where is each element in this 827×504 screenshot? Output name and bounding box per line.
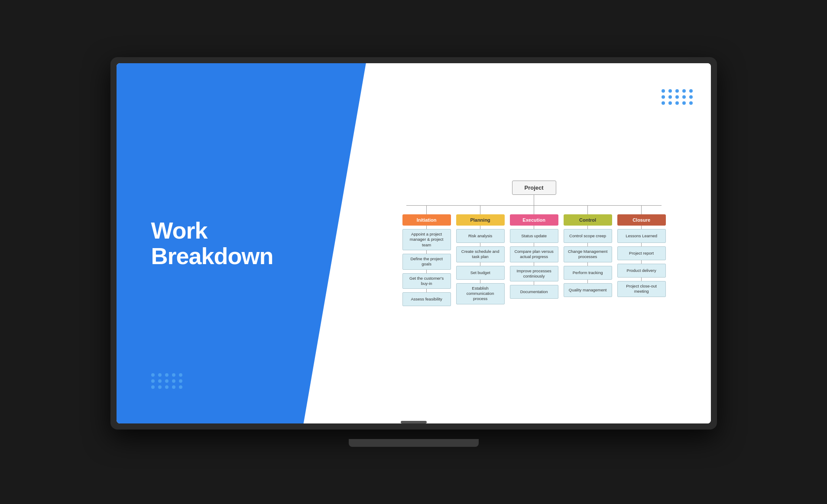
task-nodes-execution: Status updateCompare plan versus actual …	[510, 226, 558, 299]
task-nodes-planning: Risk analysisCreate schedule and task pl…	[456, 226, 505, 304]
dot	[158, 379, 162, 383]
project-node: Project	[512, 181, 556, 195]
laptop-body: Work Breakdown	[110, 57, 717, 430]
task-node-wrapper: Change Management processes	[564, 243, 612, 262]
task-node-execution-1: Compare plan versus actual progress	[510, 246, 558, 262]
task-node-wrapper: Create schedule and task plan	[456, 243, 505, 262]
task-node-wrapper: Improve processes continiously	[510, 262, 558, 282]
task-node-initiation-1: Define the project goals	[402, 254, 451, 270]
dot	[165, 385, 169, 389]
dot	[165, 373, 169, 377]
task-node-planning-1: Create schedule and task plan	[456, 246, 505, 262]
task-node-wrapper: Product delivery	[617, 260, 666, 278]
screen-bezel: Work Breakdown	[117, 63, 711, 423]
dot	[675, 101, 679, 105]
slide-title-line2: Breakdown	[151, 243, 273, 269]
task-node-wrapper: Risk analysis	[456, 226, 505, 243]
dot	[151, 373, 155, 377]
connector-down-closure	[641, 206, 642, 214]
task-node-planning-3: Establish communication process	[456, 283, 505, 304]
task-connector	[534, 243, 535, 246]
connector-down-planning	[480, 206, 481, 214]
dot	[165, 379, 169, 383]
task-node-initiation-3: Assess feasibility	[402, 292, 451, 306]
dot	[675, 89, 679, 93]
dot	[689, 89, 693, 93]
task-node-wrapper: Control scope creep	[564, 226, 612, 243]
task-connector	[587, 243, 588, 246]
task-connector	[641, 243, 642, 246]
category-col-closure: ClosureLessons LearnedProject reportProd…	[617, 206, 666, 297]
dot	[158, 373, 162, 377]
dot	[675, 95, 679, 99]
task-node-control-2: Perform tracking	[564, 266, 612, 280]
task-node-wrapper: Status update	[510, 226, 558, 243]
dot	[682, 89, 686, 93]
task-node-wrapper: Compare plan versus actual progress	[510, 243, 558, 262]
task-nodes-initiation: Appoint a project manager & project team…	[402, 226, 451, 306]
task-node-wrapper: Lessons Learned	[617, 226, 666, 243]
task-connector	[480, 262, 481, 266]
category-col-control: ControlControl scope creepChange Managem…	[564, 206, 612, 297]
task-connector	[426, 250, 427, 254]
slide-left-panel: Work Breakdown	[117, 63, 366, 423]
task-node-wrapper: Project close-out meeting	[617, 278, 666, 297]
dot	[172, 373, 175, 377]
category-col-initiation: InitiationAppoint a project manager & pr…	[402, 206, 451, 306]
dot	[151, 379, 155, 383]
task-connector	[426, 270, 427, 273]
task-nodes-closure: Lessons LearnedProject reportProduct del…	[617, 226, 666, 297]
dot	[689, 95, 693, 99]
task-node-execution-2: Improve processes continiously	[510, 266, 558, 282]
dot	[179, 373, 182, 377]
task-node-wrapper: Project report	[617, 243, 666, 260]
category-header-initiation: Initiation	[402, 214, 451, 226]
root-connector-vertical	[534, 195, 535, 205]
task-node-wrapper: Define the project goals	[402, 250, 451, 270]
task-node-wrapper: Documentation	[510, 281, 558, 299]
dot	[158, 385, 162, 389]
dot	[689, 101, 693, 105]
slide-container: Work Breakdown	[117, 63, 711, 423]
dot	[151, 385, 155, 389]
slide-right-panel: Project InitiationAppoint a project mana…	[366, 63, 711, 423]
wbs-diagram: Project InitiationAppoint a project mana…	[375, 181, 694, 307]
dot	[662, 95, 665, 99]
dot	[668, 95, 672, 99]
task-connector	[426, 289, 427, 292]
category-header-execution: Execution	[510, 214, 558, 226]
dot	[668, 89, 672, 93]
category-header-planning: Planning	[456, 214, 505, 226]
dot	[662, 89, 665, 93]
task-node-wrapper: Get the customer's buy-in	[402, 270, 451, 289]
task-node-control-0: Control scope creep	[564, 229, 612, 243]
task-connector	[534, 226, 535, 229]
task-node-closure-0: Lessons Learned	[617, 229, 666, 243]
task-connector	[587, 226, 588, 229]
category-header-closure: Closure	[617, 214, 666, 226]
decorative-dots-top-right	[662, 89, 694, 105]
dot	[682, 101, 686, 105]
dot	[668, 101, 672, 105]
connector-down-initiation	[426, 206, 427, 214]
task-node-execution-3: Documentation	[510, 285, 558, 299]
task-connector	[641, 226, 642, 229]
task-connector	[534, 262, 535, 266]
task-node-planning-2: Set budget	[456, 266, 505, 280]
task-node-initiation-2: Get the customer's buy-in	[402, 273, 451, 289]
connector-down-control	[587, 206, 588, 214]
task-node-control-1: Change Management processes	[564, 246, 612, 262]
task-node-wrapper: Establish communication process	[456, 280, 505, 304]
task-nodes-control: Control scope creepChange Management pro…	[564, 226, 612, 297]
category-header-control: Control	[564, 214, 612, 226]
task-connector	[587, 280, 588, 283]
category-col-planning: PlanningRisk analysisCreate schedule and…	[456, 206, 505, 304]
dot	[179, 379, 182, 383]
task-node-control-3: Quality management	[564, 283, 612, 297]
task-node-wrapper: Quality management	[564, 280, 612, 297]
category-col-execution: ExecutionStatus updateCompare plan versu…	[510, 206, 558, 299]
task-node-wrapper: Perform tracking	[564, 262, 612, 280]
task-connector	[641, 278, 642, 281]
task-connector	[587, 262, 588, 266]
task-node-execution-0: Status update	[510, 229, 558, 243]
